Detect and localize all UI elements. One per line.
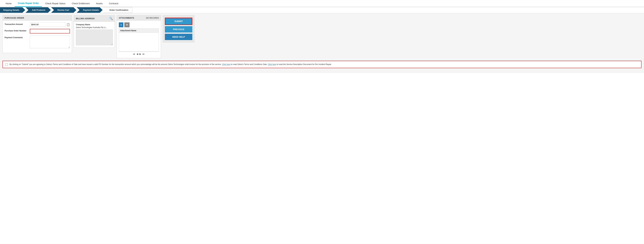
next-page-button[interactable]: ▶ <box>140 53 141 55</box>
step-order-confirmation[interactable]: Order Confirmation <box>103 7 132 13</box>
terms-text-between: to read Zebra's Terms and Conditions Sal… <box>230 63 268 66</box>
step-add-products[interactable]: Add Products <box>26 7 51 13</box>
nav-check-repair-status[interactable]: Check Repair Status <box>42 0 68 6</box>
attach-pagination: ⏮ ◀ ▶ ⏭ <box>119 52 159 56</box>
po-number-label: Purchase Order Number <box>4 29 30 32</box>
terms-checkbox[interactable] <box>5 64 8 66</box>
nav-assets[interactable]: Assets <box>93 0 106 6</box>
table-row <box>119 33 159 52</box>
payment-comments-input[interactable] <box>30 36 70 48</box>
terms-text: By clicking on "Submit" you are agreeing… <box>10 63 332 66</box>
remove-attachment-button[interactable]: ✕ <box>124 22 130 27</box>
attachments-table: Attachment Name <box>119 28 159 52</box>
payment-comments-label: Payment Comments <box>4 36 30 39</box>
need-help-button[interactable]: NEED HELP <box>165 34 192 40</box>
billing-address-textarea[interactable] <box>76 30 113 45</box>
transaction-amount-row: Transaction Amount 📋 <box>4 22 70 27</box>
main-content: PURCHASE ORDER Transaction Amount 📋 Purc… <box>0 13 644 73</box>
panels-row: PURCHASE ORDER Transaction Amount 📋 Purc… <box>2 15 642 58</box>
attachments-body: + ✕ Attachment Name <box>117 20 161 58</box>
terms-link1[interactable]: Click here <box>222 63 230 66</box>
attachments-panel: ATTACHMENTS No Records + ✕ Attachment Na… <box>117 15 161 58</box>
terms-link2[interactable]: Click here <box>268 63 276 66</box>
attachments-header: ATTACHMENTS No Records <box>117 16 161 20</box>
payment-comments-field <box>30 36 70 49</box>
company-name-label: Company Name <box>76 24 113 26</box>
action-panel: SUBMIT PREVIOUS NEED HELP <box>163 15 194 42</box>
billing-address-header: BILLING ADDRESS 🔍 <box>74 16 115 22</box>
billing-address-panel: BILLING ADDRESS 🔍 Company Name Zebra Tec… <box>74 15 115 48</box>
step-shipping-details[interactable]: Shipping Details <box>0 7 25 13</box>
po-number-input[interactable] <box>30 29 70 34</box>
transaction-amount-field: 📋 <box>30 22 70 27</box>
first-page-button[interactable]: ⏮ <box>133 53 135 55</box>
nav-home[interactable]: Home <box>2 0 15 6</box>
step-review-cart[interactable]: Review Cart <box>51 7 76 13</box>
terms-section: By clicking on "Submit" you are agreeing… <box>2 61 642 68</box>
terms-text-before-link1: By clicking on "Submit" you are agreeing… <box>10 63 222 66</box>
steps-bar: Shipping Details Add Products Review Car… <box>0 7 644 13</box>
attach-buttons: + ✕ <box>119 22 159 27</box>
purchase-order-panel: PURCHASE ORDER Transaction Amount 📋 Purc… <box>2 15 72 53</box>
last-page-button[interactable]: ⏭ <box>142 53 145 55</box>
attachment-name-header: Attachment Name <box>119 29 159 33</box>
terms-text-after: to read the Service Description Document… <box>276 63 332 66</box>
step-payment-details[interactable]: Payment Details <box>77 7 102 13</box>
purchase-order-header: PURCHASE ORDER <box>3 16 72 20</box>
prev-page-button[interactable]: ◀ <box>136 53 138 55</box>
nav-create-repair-order[interactable]: Create Repair Order <box>15 0 42 7</box>
billing-address-body: Company Name Zebra Technologies Australi… <box>74 22 115 48</box>
po-number-field <box>30 29 70 34</box>
add-attachment-button[interactable]: + <box>119 22 123 27</box>
po-number-row: Purchase Order Number <box>4 29 70 34</box>
nav-check-entitlement[interactable]: Check Entitlement <box>69 0 93 6</box>
payment-comments-row: Payment Comments <box>4 36 70 49</box>
document-icon: 📋 <box>66 23 70 26</box>
search-icon[interactable]: 🔍 <box>109 17 113 20</box>
transaction-amount-label: Transaction Amount <box>4 22 30 26</box>
transaction-amount-input[interactable] <box>30 22 66 27</box>
purchase-order-body: Transaction Amount 📋 Purchase Order Numb… <box>3 20 72 53</box>
submit-button[interactable]: SUBMIT <box>165 18 192 25</box>
top-nav: Home Create Repair Order Check Repair St… <box>0 0 644 7</box>
previous-button[interactable]: PREVIOUS <box>165 26 192 32</box>
no-records-badge: No Records <box>146 17 159 19</box>
company-name-value: Zebra Technologies Australia Pty Lt... <box>76 26 113 28</box>
nav-contracts[interactable]: Contracts <box>106 0 122 6</box>
